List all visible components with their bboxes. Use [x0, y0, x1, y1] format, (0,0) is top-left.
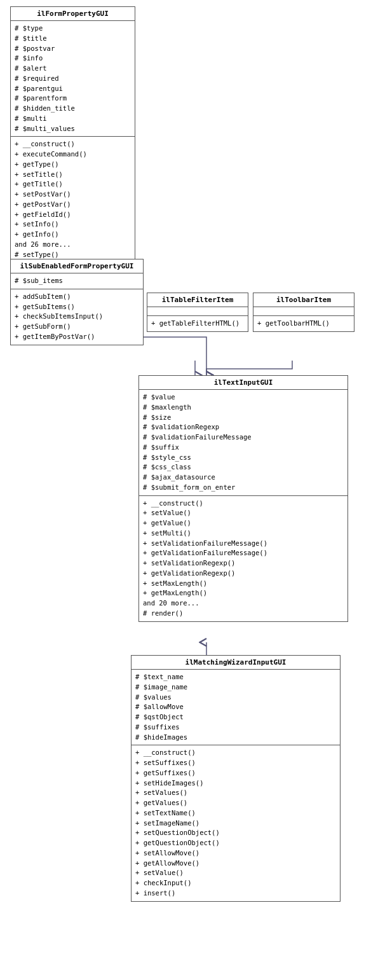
box-ilFormPropertyGUI: ilFormPropertyGUI # $type # $title # $po… [10, 6, 135, 273]
box-ilTableFilterItem-title: ilTableFilterItem [147, 293, 248, 307]
box-ilToolbarItem-title: ilToolbarItem [253, 293, 354, 307]
box-ilSubEnabledFormPropertyGUI-methods: + addSubItem() + getSubItems() + checkSu… [11, 289, 143, 345]
box-ilMatchingWizardInputGUI: ilMatchingWizardInputGUI # $text_name # … [131, 655, 341, 902]
box-ilTextInputGUI-methods: + __construct() + setValue() + getValue(… [139, 496, 347, 621]
box-ilTextInputGUI-fields: # $value # $maxlength # $size # $validat… [139, 390, 347, 496]
box-ilMatchingWizardInputGUI-methods: + __construct() + setSuffixes() + getSuf… [132, 745, 340, 901]
box-ilTextInputGUI: ilTextInputGUI # $value # $maxlength # $… [138, 375, 348, 622]
box-ilToolbarItem-methods: + getToolbarHTML() [253, 316, 354, 331]
box-ilFormPropertyGUI-methods: + __construct() + executeCommand() + get… [11, 137, 135, 272]
box-ilTableFilterItem-methods: + getTableFilterHTML() [147, 316, 248, 331]
box-ilSubEnabledFormPropertyGUI: ilSubEnabledFormPropertyGUI # $sub_items… [10, 259, 144, 345]
box-ilToolbarItem: ilToolbarItem + getToolbarHTML() [253, 293, 354, 332]
box-ilTextInputGUI-title: ilTextInputGUI [139, 376, 347, 390]
arrow-toolbar-to-textinput [206, 361, 292, 375]
box-ilToolbarItem-empty [253, 307, 354, 316]
box-ilMatchingWizardInputGUI-fields: # $text_name # $image_name # $values # $… [132, 670, 340, 745]
box-ilSubEnabledFormPropertyGUI-fields: # $sub_items [11, 273, 143, 289]
arrow-subenabled-to-textinput [133, 337, 206, 375]
box-ilFormPropertyGUI-fields: # $type # $title # $postvar # $info # $a… [11, 21, 135, 137]
box-ilTableFilterItem-empty [147, 307, 248, 316]
diagram-container: ilFormPropertyGUI # $type # $title # $po… [0, 0, 371, 980]
box-ilMatchingWizardInputGUI-title: ilMatchingWizardInputGUI [132, 656, 340, 670]
box-ilSubEnabledFormPropertyGUI-title: ilSubEnabledFormPropertyGUI [11, 259, 143, 273]
box-ilTableFilterItem: ilTableFilterItem + getTableFilterHTML() [147, 293, 248, 332]
box-ilFormPropertyGUI-title: ilFormPropertyGUI [11, 7, 135, 21]
